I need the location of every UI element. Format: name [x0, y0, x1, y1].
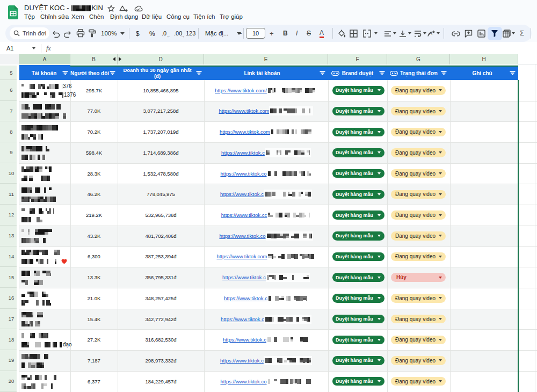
svg-text:A: A: [429, 31, 432, 36]
